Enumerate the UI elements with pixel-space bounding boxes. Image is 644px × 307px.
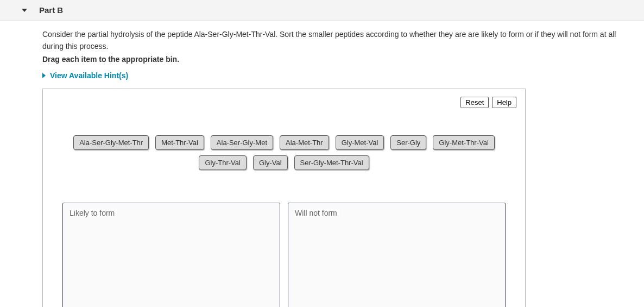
bin-label: Will not form (295, 209, 339, 217)
chip[interactable]: Ala-Met-Thr (280, 135, 329, 150)
chip[interactable]: Gly-Met-Val (336, 135, 384, 150)
part-header[interactable]: Part B (0, 0, 644, 21)
chips-area: Ala-Ser-Gly-Met-Thr Met-Thr-Val Ala-Ser-… (52, 135, 516, 170)
reset-button[interactable]: Reset (460, 97, 489, 108)
part-title: Part B (39, 5, 63, 15)
bin-will-not-form[interactable]: Will not form (288, 203, 506, 307)
bin-likely-to-form[interactable]: Likely to form (62, 203, 280, 307)
chip[interactable]: Gly-Met-Thr-Val (433, 135, 494, 150)
caret-down-icon (22, 9, 27, 12)
question-instruction: Drag each item to the appropriate bin. (42, 55, 622, 64)
question-prompt: Consider the partial hydrolysis of the p… (42, 28, 622, 53)
hints-label: View Available Hint(s) (50, 71, 128, 80)
view-hints-link[interactable]: View Available Hint(s) (42, 71, 622, 80)
activity-container: Reset Help Ala-Ser-Gly-Met-Thr Met-Thr-V… (42, 89, 526, 307)
chip[interactable]: Met-Thr-Val (155, 135, 204, 150)
chip[interactable]: Ser-Gly (390, 135, 426, 150)
bin-label: Likely to form (70, 209, 117, 217)
help-button[interactable]: Help (492, 97, 516, 108)
chip[interactable]: Gly-Thr-Val (199, 155, 246, 170)
chip[interactable]: Ala-Ser-Gly-Met-Thr (73, 135, 149, 150)
chip[interactable]: Ala-Ser-Gly-Met (211, 135, 273, 150)
chip[interactable]: Gly-Val (253, 155, 288, 170)
caret-right-icon (42, 73, 46, 78)
chip[interactable]: Ser-Gly-Met-Thr-Val (294, 155, 369, 170)
